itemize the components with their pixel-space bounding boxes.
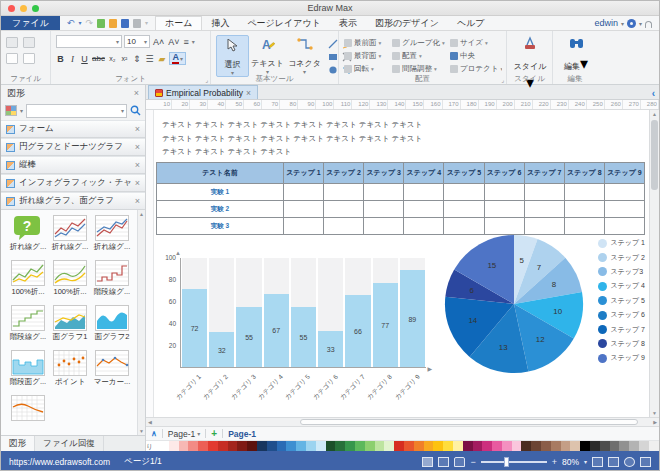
- palette-color[interactable]: [580, 441, 590, 451]
- horizontal-scrollbar[interactable]: ◀ ▶: [146, 417, 659, 426]
- bar[interactable]: 77: [373, 283, 398, 367]
- shape-thumbnail-11[interactable]: マーカー...: [91, 350, 133, 395]
- palette-color[interactable]: [345, 441, 355, 451]
- palette-color[interactable]: [335, 441, 345, 451]
- library-picker-dropdown-icon[interactable]: ▾: [20, 107, 23, 114]
- palette-color[interactable]: [228, 441, 238, 451]
- palette-color[interactable]: [424, 441, 434, 451]
- close-icon[interactable]: ×: [135, 160, 140, 170]
- zoom-slider[interactable]: [481, 461, 547, 463]
- vertical-scrollbar[interactable]: ▲ ▼: [649, 110, 659, 417]
- palette-color[interactable]: [179, 441, 189, 451]
- table-header-cell[interactable]: ステップ 8: [564, 162, 604, 183]
- palette-color[interactable]: [610, 441, 620, 451]
- bar-column[interactable]: 89: [400, 258, 425, 367]
- palette-color[interactable]: [433, 441, 443, 451]
- bar[interactable]: 33: [318, 331, 343, 367]
- palette-color[interactable]: [296, 441, 306, 451]
- scroll-right-icon[interactable]: ▶: [653, 419, 657, 425]
- rectangle-tool-icon[interactable]: [326, 51, 339, 63]
- palette-color[interactable]: [316, 441, 326, 451]
- pie-chart[interactable]: 57810121314615: [440, 230, 588, 382]
- table-cell[interactable]: [283, 217, 323, 234]
- table-header-cell[interactable]: ステップ 5: [443, 162, 483, 183]
- shape-thumbnail-1[interactable]: 折れ線グ...: [49, 215, 91, 260]
- close-panel-icon[interactable]: ×: [134, 88, 139, 98]
- table-header-cell[interactable]: ステップ 3: [363, 162, 403, 183]
- font-size-select[interactable]: 10▾: [124, 35, 150, 48]
- table-header-cell[interactable]: ステップ 2: [323, 162, 363, 183]
- table-cell[interactable]: [604, 183, 644, 200]
- document-tab[interactable]: Empirical Probability ×: [148, 85, 258, 99]
- palette-color[interactable]: [365, 441, 375, 451]
- palette-color[interactable]: [257, 441, 267, 451]
- palette-color[interactable]: [355, 441, 365, 451]
- table-header-cell[interactable]: ステップ 9: [604, 162, 644, 183]
- bar-column[interactable]: 33: [318, 258, 343, 367]
- table-cell[interactable]: [484, 200, 524, 217]
- scroll-up-icon[interactable]: ▲: [650, 111, 659, 117]
- palette-color[interactable]: [521, 441, 531, 451]
- zoom-level[interactable]: 80%: [562, 457, 579, 467]
- arrange-item-3[interactable]: 最背面▾: [344, 50, 392, 62]
- close-icon[interactable]: ×: [135, 124, 140, 134]
- table-header-cell[interactable]: ステップ 6: [484, 162, 524, 183]
- underline-button[interactable]: U: [80, 54, 89, 64]
- toolbar-more-dropdown-icon[interactable]: ▾: [145, 19, 148, 28]
- shape-thumbnail-2[interactable]: 折れ線グ...: [91, 215, 133, 260]
- palette-color[interactable]: [169, 441, 179, 451]
- fit-width-icon[interactable]: [608, 457, 619, 467]
- palette-color[interactable]: [247, 441, 257, 451]
- scroll-down-icon[interactable]: ▼: [650, 410, 659, 416]
- library-bar-0[interactable]: フォーム×: [1, 120, 145, 138]
- search-icon[interactable]: [130, 102, 141, 120]
- palette-color[interactable]: [218, 441, 228, 451]
- table-cell[interactable]: [443, 200, 483, 217]
- library-bar-1[interactable]: 円グラフとドーナツグラフ×: [1, 138, 145, 156]
- palette-color[interactable]: [541, 441, 551, 451]
- table-cell[interactable]: [323, 183, 363, 200]
- palette-color[interactable]: [639, 441, 649, 451]
- paste-icon[interactable]: [6, 53, 18, 64]
- page-dropdown[interactable]: Page-1▾: [168, 429, 200, 439]
- bar-column[interactable]: 67: [264, 258, 289, 367]
- palette-color[interactable]: [375, 441, 385, 451]
- loupe-icon[interactable]: [624, 457, 635, 467]
- table-header-cell[interactable]: ステップ 7: [524, 162, 564, 183]
- table-cell[interactable]: [524, 200, 564, 217]
- close-icon[interactable]: ×: [135, 178, 140, 188]
- view-normal-icon[interactable]: [422, 457, 433, 467]
- paste-special-icon[interactable]: [23, 53, 35, 64]
- table-cell[interactable]: [363, 183, 403, 200]
- tab-help[interactable]: ヘルプ: [448, 16, 494, 30]
- line-spacing-icon[interactable]: ⇕: [132, 54, 142, 64]
- bullet-list-icon[interactable]: ☰: [144, 54, 154, 64]
- palette-color[interactable]: [394, 441, 404, 451]
- italic-button[interactable]: I: [68, 54, 77, 64]
- library-bar-4[interactable]: 折れ線グラフ、面グラフ×: [1, 192, 145, 210]
- text-line[interactable]: テキスト テキスト テキスト テキスト: [162, 145, 422, 159]
- palette-color[interactable]: [482, 441, 492, 451]
- palette-color[interactable]: [384, 441, 394, 451]
- align-dropdown-icon[interactable]: ▾: [192, 38, 195, 45]
- table-header-cell[interactable]: ステップ 1: [283, 162, 323, 183]
- palette-color[interactable]: [531, 441, 541, 451]
- fit-page-icon[interactable]: [592, 457, 603, 467]
- table-row-label[interactable]: 実験 2: [156, 200, 283, 217]
- palette-color[interactable]: [443, 441, 453, 451]
- tab-page-layout[interactable]: ページレイアウト: [238, 16, 329, 30]
- palette-color[interactable]: [649, 441, 659, 451]
- palette-color[interactable]: [237, 441, 247, 451]
- table-cell[interactable]: [524, 183, 564, 200]
- palette-color[interactable]: [306, 441, 316, 451]
- grid-view-icon[interactable]: [640, 457, 651, 467]
- print-icon[interactable]: [133, 19, 141, 28]
- palette-color[interactable]: [277, 441, 287, 451]
- table-cell[interactable]: [604, 200, 644, 217]
- shape-thumbnail-4[interactable]: 100%折...: [49, 260, 91, 305]
- gear-icon[interactable]: [627, 19, 636, 28]
- palette-color[interactable]: [286, 441, 296, 451]
- tab-view[interactable]: 表示: [330, 16, 366, 30]
- bar-column[interactable]: 32: [209, 258, 234, 367]
- text-line[interactable]: テキスト テキスト テキスト テキスト テキスト テキスト テキスト テキスト: [162, 132, 422, 146]
